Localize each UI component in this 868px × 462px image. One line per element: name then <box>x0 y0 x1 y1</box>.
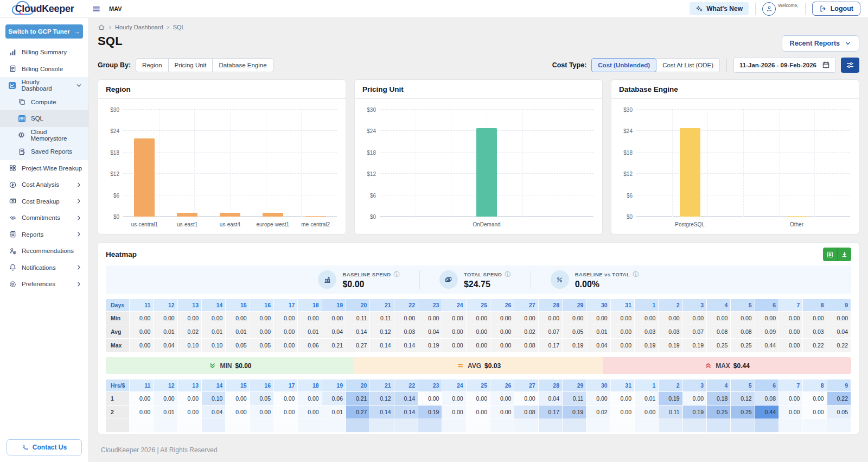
switch-to-gcp-tuner-button[interactable]: Switch to GCP Tuner→ <box>5 24 83 39</box>
bar-me-central2[interactable] <box>305 216 326 217</box>
group-by-pricing-unit[interactable]: Pricing Unit <box>168 58 213 72</box>
sidebar-item-saved-reports[interactable]: Saved Reports <box>0 143 88 160</box>
bar-other[interactable] <box>787 216 807 217</box>
group-by-region[interactable]: Region <box>136 58 168 72</box>
sidebar-item-sql[interactable]: SQL <box>0 110 88 127</box>
column-header-day: 5 <box>731 379 755 392</box>
table-cell: 0.00 <box>611 325 635 339</box>
cost-analysis-icon <box>8 181 17 189</box>
table-cell: 0.00 <box>490 325 514 339</box>
export-excel-button[interactable] <box>823 248 837 261</box>
breadcrumb: › Hourly Dashboard › SQL <box>98 23 185 31</box>
table-cell: 0.00 <box>586 392 610 406</box>
contact-us-button[interactable]: Contact Us <box>7 439 82 455</box>
info-icon[interactable]: ⓘ <box>393 270 399 279</box>
sidebar-item-cost-analysis[interactable]: Cost Analysis <box>0 176 88 193</box>
y-axis-tick: $30 <box>623 107 633 113</box>
column-header-day: 25 <box>467 379 490 392</box>
bar-europe-west1[interactable] <box>263 213 283 217</box>
bar-us-central1[interactable] <box>134 138 155 217</box>
cost-type-cost-unblended[interactable]: Cost (Unblended) <box>591 58 656 72</box>
controls-divider <box>726 59 727 72</box>
sidebar-item-recommendations[interactable]: Recommendations <box>0 243 88 260</box>
info-icon[interactable]: ⓘ <box>505 270 510 279</box>
table-cell <box>755 419 779 433</box>
home-icon[interactable] <box>98 23 105 31</box>
whats-new-button[interactable]: What's New <box>690 2 749 15</box>
table-cell: 0.00 <box>514 312 538 325</box>
x-axis-label: OnDemand <box>473 221 500 227</box>
table-cell <box>178 419 202 433</box>
memorystore-icon <box>17 131 25 139</box>
avg-banner: AVG$0.03 <box>354 357 603 374</box>
sidebar-item-compute[interactable]: Compute <box>0 94 88 111</box>
column-header-day: 4 <box>707 299 731 312</box>
console-doc-icon <box>8 65 17 73</box>
y-axis-tick: $6 <box>370 192 376 198</box>
table-cell: 0.00 <box>442 392 466 406</box>
download-button[interactable] <box>837 248 851 261</box>
sidebar-item-commitments[interactable]: Commitments <box>0 210 88 226</box>
y-axis-tick: $30 <box>367 107 376 113</box>
table-cell: 0.05 <box>250 392 274 406</box>
cost-type-cost-at-list-ode[interactable]: Cost At List (ODE) <box>656 58 720 72</box>
table-cell <box>635 419 659 433</box>
table-cell: 0.00 <box>442 325 466 339</box>
y-axis-tick: $12 <box>367 171 376 177</box>
sidebar-item-hourly-dashboard[interactable]: Hourly Dashboard <box>0 77 88 94</box>
sidebar-item-notifications[interactable]: Notifications <box>0 260 88 276</box>
header-actions: What's New Welcome, Logout <box>690 2 868 16</box>
table-cell: 0.04 <box>202 406 226 419</box>
sidebar-item-project-wise-breakup[interactable]: Project-Wise Breakup <box>0 160 88 177</box>
sidebar-item-cloud-memorystore[interactable]: Cloud Memorystore <box>0 127 88 144</box>
column-header-day: 28 <box>539 379 563 392</box>
table-cell: 0.14 <box>394 406 418 419</box>
stat-text: TOTAL SPENDⓘ$24.75 <box>464 270 511 289</box>
table-cell: 0.14 <box>346 325 370 339</box>
table-cell: 0.00 <box>490 406 514 419</box>
sidebar-item-cost-breakup[interactable]: Cost Breakup <box>0 193 88 210</box>
breadcrumb-hourly-dashboard[interactable]: Hourly Dashboard <box>115 24 163 30</box>
chart-title: Region <box>98 80 346 99</box>
logout-button[interactable]: Logout <box>812 2 860 16</box>
table-cell: 0.00 <box>803 392 827 406</box>
recent-reports-button[interactable]: Recent Reports <box>782 35 859 52</box>
controls-row: Group By: RegionPricing UnitDatabase Eng… <box>98 57 859 73</box>
bar-postgresql[interactable] <box>680 128 700 217</box>
column-header-day: 20 <box>346 299 370 312</box>
table-cell: 0.00 <box>250 406 274 419</box>
sidebar-item-billing-console[interactable]: Billing Console <box>0 61 88 78</box>
date-range-picker[interactable]: 11-Jan-2026 - 09-Feb-2026 <box>733 57 836 73</box>
table-cell: 0.00 <box>803 312 827 325</box>
table-cell: 0.17 <box>539 339 563 352</box>
table-cell: 0.00 <box>635 312 659 325</box>
group-by-database-engine[interactable]: Database Engine <box>212 58 273 72</box>
user-menu[interactable]: Welcome, <box>762 2 799 16</box>
column-header-day: 21 <box>370 379 394 392</box>
table-cell: 0.14 <box>370 406 394 419</box>
sidebar-item-reports[interactable]: Reports <box>0 226 88 243</box>
row-label: Max <box>106 339 130 352</box>
sidebar-item-billing-summary[interactable]: Billing Summary <box>0 44 88 61</box>
download-icon <box>841 251 848 258</box>
table-cell: 0.00 <box>226 406 250 419</box>
column-header-day: 23 <box>418 379 442 392</box>
switch-button-label: Switch to GCP Tuner <box>8 28 69 35</box>
bar-us-east4[interactable] <box>220 213 240 217</box>
gridline <box>672 110 673 217</box>
table-cell: 0.04 <box>539 392 563 406</box>
table-cell: 0.25 <box>707 339 731 352</box>
hourly-heatmap-table: Hrs/$11121314151617181920212223242526272… <box>106 379 851 433</box>
info-icon[interactable]: ⓘ <box>633 270 639 279</box>
bar-ondemand[interactable] <box>476 128 497 217</box>
bar-us-east1[interactable] <box>177 213 197 217</box>
min-icon <box>208 362 216 370</box>
filters-button[interactable] <box>841 58 859 73</box>
hamburger-menu-icon[interactable] <box>92 5 100 13</box>
table-cell: 0.06 <box>322 392 346 406</box>
table-cell <box>250 419 274 433</box>
sidebar-item-preferences[interactable]: Preferences <box>0 276 88 293</box>
cloudkeeper-logo[interactable]: CloudKeeper <box>0 0 89 17</box>
y-axis-tick: $0 <box>113 214 119 220</box>
table-cell: 0.00 <box>178 312 202 325</box>
